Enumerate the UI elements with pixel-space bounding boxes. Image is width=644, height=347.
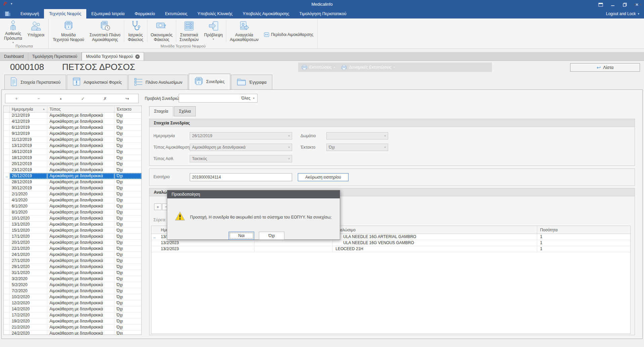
restore-button[interactable] bbox=[620, 1, 630, 8]
dynamic-prints-button[interactable]: Δυναμικές Εκτυπώσεις▾ bbox=[341, 65, 395, 70]
session-row[interactable]: 20/1/2020Αιμοκάθαρση με διτανθρακικάΌχι bbox=[4, 240, 141, 246]
session-row[interactable]: 11/12/2019Αιμοκάθαρση με διτανθρακικάΌχι bbox=[4, 137, 141, 143]
document-tab-1[interactable]: Τιμολόγηση Περιστατικού bbox=[28, 52, 82, 61]
session-row[interactable]: 19/2/2020Αιμοκάθαρση με διτανθρακικάΌχι bbox=[4, 318, 141, 324]
session-row[interactable]: 3/2/2020Αιμοκάθαρση με διτανθρακικάΌχι bbox=[4, 276, 141, 282]
session-row[interactable]: 22/1/2020Αιμοκάθαρση με διτανθρακικάΌχι bbox=[4, 246, 141, 252]
add-consumable-button[interactable]: ＋ bbox=[154, 203, 162, 210]
ribbon-item-forecast[interactable]: Πρόβλεψη▾ bbox=[201, 19, 226, 43]
session-row[interactable]: 6/12/2019Αιμοκάθαρση με διτανθρακικάΌχι bbox=[4, 125, 141, 131]
tab-close-icon[interactable]: ✕ bbox=[639, 3, 642, 6]
session-row[interactable]: 24/1/2020Αιμοκάθαρση με διτανθρακικάΌχι bbox=[4, 252, 141, 258]
session-row[interactable]: 16/12/2019Αιμοκάθαρση με διτανθρακικάΌχι bbox=[4, 149, 141, 155]
session-row[interactable]: 31/1/2020Αιμοκάθαρση με διτανθρακικάΌχι bbox=[4, 270, 141, 276]
refresh-button[interactable]: ↪ bbox=[116, 94, 138, 103]
ticket-input[interactable]: 2019000924114 bbox=[190, 173, 292, 181]
accept-changes-button[interactable]: ✓ bbox=[72, 94, 94, 103]
dialysis-type-combo[interactable]: Αιμοκάθαρση με διτανθρακικά▾ bbox=[190, 144, 292, 151]
session-row[interactable]: 4/12/2019Αιμοκάθαρση με διτανθρακικάΌχι bbox=[4, 119, 141, 125]
ribbon-item-dialysis-plan[interactable]: Συνοπτικό Πλάνο Αιμοκάθαρσης bbox=[87, 19, 123, 43]
session-row[interactable]: 17/1/2020Αιμοκάθαρση με διτανθρακικάΌχι bbox=[4, 234, 141, 240]
logout-and-lock[interactable]: Logout and Lock▾ bbox=[606, 9, 639, 18]
session-row[interactable]: 23/12/2019Αιμοκάθαρση με διτανθρακικάΌχι bbox=[4, 167, 141, 173]
ribbon-item-dialysis-machine[interactable]: Μονάδα Τεχνητού Νεφρού bbox=[50, 19, 87, 43]
column-header-date[interactable]: Ημερομηνία▲ bbox=[10, 106, 47, 112]
column-header-type[interactable]: Τύπος bbox=[47, 106, 114, 112]
session-row[interactable]: 4/1/2020Αιμοκάθαρση με διτανθρακικάΌχι bbox=[4, 197, 141, 203]
column-header-quantity[interactable]: Ποσότητα bbox=[537, 226, 630, 234]
session-row[interactable]: 28/12/2019Αιμοκάθαρση με διτανθρακικάΌχι bbox=[4, 179, 141, 185]
session-row[interactable]: 12/2/2020Αιμοκάθαρση με διτανθρακικάΌχι bbox=[4, 300, 141, 306]
document-tab-2[interactable]: Μονάδα Τεχνητού Νεφρού✕ bbox=[82, 52, 144, 61]
session-row[interactable]: →26/12/2019Αιμοκάθαρση με διτανθρακικάΌχ… bbox=[4, 173, 141, 179]
session-row[interactable]: 29/1/2020Αιμοκάθαρση με διτανθρακικάΌχι bbox=[4, 264, 141, 270]
ribbon-item-finance[interactable]: Οικονομικός Φάκελος bbox=[148, 19, 175, 43]
cancel-ticket-button[interactable]: Ακύρωση εισιτηρίου bbox=[298, 173, 349, 181]
session-row[interactable]: 5/2/2020Αιμοκάθαρση με διτανθρακικάΌχι bbox=[4, 282, 141, 288]
tab-comments[interactable]: Σχόλια bbox=[174, 106, 196, 116]
menu-tab-1[interactable]: Τεχνητός Νεφρός bbox=[44, 9, 86, 18]
tab-details[interactable]: Στοιχεία bbox=[149, 106, 173, 116]
menu-tab-7[interactable]: Τιμολόγηση Περιστατικού bbox=[294, 9, 352, 18]
no-button[interactable]: Όχι bbox=[259, 232, 284, 240]
session-row[interactable]: 10/1/2020Αιμοκάθαρση με διτανθρακικάΌχι bbox=[4, 216, 141, 222]
session-row[interactable]: 20/12/2019Αιμοκάθαρση με διτανθρακικάΌχι bbox=[4, 161, 141, 167]
session-row[interactable]: 13/12/2019Αιμοκάθαρση με διτανθρακικάΌχι bbox=[4, 143, 141, 149]
menu-tab-6[interactable]: Υποβολές Αιμοκάθαρσης bbox=[238, 9, 294, 18]
yes-button[interactable]: Ναι bbox=[229, 232, 254, 240]
page-tab-sessions[interactable]: Συνεδρίες bbox=[189, 74, 230, 89]
app-menu-button[interactable] bbox=[0, 9, 15, 18]
ribbon-item-announcement[interactable]: Αναγγελία Αιμοκαθάρσεων bbox=[227, 19, 261, 43]
session-row[interactable]: 8/1/2020Αιμοκάθαρση με διτανθρακικάΌχι bbox=[4, 209, 141, 216]
session-row[interactable]: 15/1/2020Αιμοκάθαρση με διτανθρακικάΌχι bbox=[4, 228, 141, 234]
ribbon-display-icon[interactable] bbox=[596, 1, 606, 8]
menu-tab-5[interactable]: Υποβολές Κλινικής bbox=[192, 9, 238, 18]
close-tab-icon[interactable]: ✕ bbox=[135, 54, 140, 59]
session-row[interactable]: 18/12/2019Αιμοκάθαρση με διτανθρακικάΌχι bbox=[4, 155, 141, 161]
ribbon-item-people[interactable]: Υπόχρεοι bbox=[25, 19, 47, 43]
menu-tab-2[interactable]: Εξωτερικά Ιατρεία bbox=[86, 9, 130, 18]
room-combo[interactable]: ▾ bbox=[326, 132, 388, 140]
session-row[interactable]: 27/1/2020Αιμοκάθαρση με διτανθρακικάΌχι bbox=[4, 258, 141, 264]
prints-button[interactable]: Εκτυπώσεις▾ bbox=[302, 65, 335, 70]
view-sessions-dropdown[interactable]: Όλες▾ bbox=[179, 94, 258, 103]
extra-combo[interactable]: Όχι▾ bbox=[326, 144, 388, 151]
session-row[interactable]: 24/2/2020Αιμοκάθαρση με διτανθρακικάΌχι bbox=[4, 331, 141, 335]
document-tab-0[interactable]: Dashboard bbox=[0, 52, 28, 61]
ribbon-item-periods[interactable]: Περίοδοι Αιμοκάθαρσης bbox=[261, 31, 316, 38]
session-row[interactable]: 17/2/2020Αιμοκάθαρση με διτανθρακικάΌχι bbox=[4, 312, 141, 318]
session-row[interactable]: 21/2/2020Αιμοκάθαρση με διτανθρακικάΌχι bbox=[4, 324, 141, 331]
add-session-button[interactable]: ＋ bbox=[5, 94, 28, 103]
page-tab-document[interactable]: Στοιχεία Περιστατικού bbox=[4, 75, 66, 89]
session-row[interactable]: 2/1/2020Αιμοκάθαρση με διτανθρακικάΌχι bbox=[4, 191, 141, 197]
minimize-button[interactable] bbox=[608, 1, 618, 8]
list-button[interactable]: ↩ Λίστα bbox=[570, 63, 640, 72]
session-row[interactable]: 7/2/2020Αιμοκάθαρση με διτανθρακικάΌχι bbox=[4, 288, 141, 294]
menu-tab-0[interactable]: Εισαγωγή bbox=[15, 9, 44, 18]
page-tab-plan[interactable]: Πλάνο Αναλωσίμων bbox=[128, 75, 188, 89]
edit-session-button[interactable]: ▲ bbox=[50, 94, 72, 103]
session-row[interactable]: 30/12/2019Αιμοκάθαρση με διτανθρακικάΌχι bbox=[4, 185, 141, 191]
session-row[interactable]: 6/1/2020Αιμοκάθαρση με διτανθρακικάΌχι bbox=[4, 203, 141, 209]
cancel-changes-button[interactable]: ✗ bbox=[94, 94, 116, 103]
page-tab-folder[interactable]: Έγγραφα bbox=[231, 75, 272, 89]
ribbon-item-statistics[interactable]: Στατιστικά Συνεδριών bbox=[177, 19, 201, 43]
consumable-row[interactable]: 13/2/2023LEOCEED 21H1 bbox=[151, 246, 630, 252]
ribbon-item-stethoscope[interactable]: Ιατρικός Φάκελος bbox=[125, 19, 146, 43]
delete-session-button[interactable]: − bbox=[28, 94, 50, 103]
session-row[interactable]: 2/12/2019Αιμοκάθαρση με διτανθρακικάΌχι bbox=[4, 113, 141, 119]
session-row[interactable]: 10/2/2020Αιμοκάθαρση με διτανθρακικάΌχι bbox=[4, 294, 141, 300]
session-row[interactable]: 9/12/2019Αιμοκάθαρση με διτανθρακικάΌχι bbox=[4, 131, 141, 137]
session-row[interactable]: 14/2/2020Αιμοκάθαρση με διτανθρακικάΌχι bbox=[4, 306, 141, 312]
menu-tab-4[interactable]: Εκτυπώσεις bbox=[160, 9, 192, 18]
ribbon-item-patient[interactable]: Ασθενείς Πρόσωπα▾ bbox=[1, 19, 25, 43]
session-row[interactable]: 13/1/2020Αιμοκάθαρση με διτανθρακικάΌχι bbox=[4, 222, 141, 228]
consumable-row[interactable]: 13/2/2023ULA NEEDLE 16G VENOUS GAMBRO1 bbox=[151, 240, 630, 246]
tab-scroll-down-icon[interactable]: ▾ bbox=[634, 3, 636, 6]
column-header-extra[interactable]: Έκτακτο bbox=[114, 106, 141, 112]
page-tab-insurance[interactable]: Ασφαλιστικοί Φορείς bbox=[67, 75, 128, 89]
date-combo[interactable]: 26/12/2019▾ bbox=[190, 132, 292, 140]
menu-tab-3[interactable]: Φαρμακείο bbox=[130, 9, 160, 18]
patient-type-combo[interactable]: Τακτικός▾ bbox=[190, 155, 292, 162]
column-header-consumable[interactable]: Αναλώσιμο bbox=[333, 226, 537, 234]
